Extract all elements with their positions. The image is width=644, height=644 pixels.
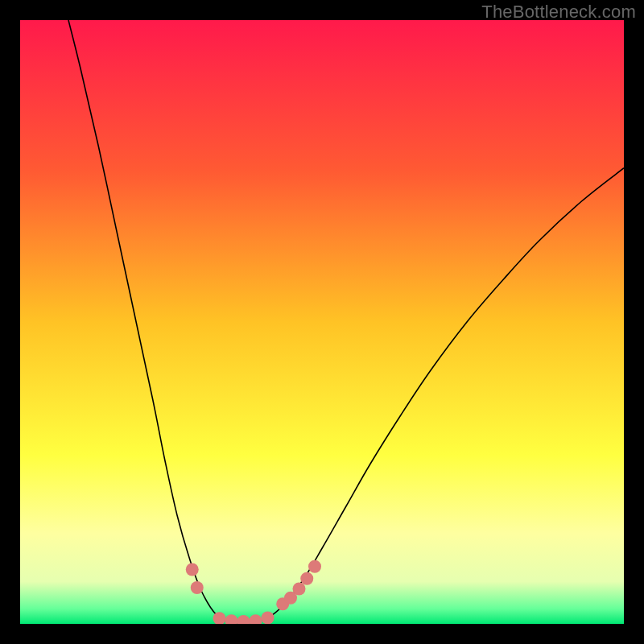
data-marker bbox=[262, 612, 275, 625]
data-marker bbox=[308, 560, 321, 573]
data-marker bbox=[186, 564, 199, 576]
data-marker bbox=[191, 581, 204, 594]
data-marker bbox=[293, 583, 306, 596]
data-marker bbox=[300, 572, 313, 585]
bottleneck-chart bbox=[20, 20, 624, 624]
watermark-text: TheBottleneck.com bbox=[481, 2, 636, 23]
gradient-background bbox=[20, 20, 624, 624]
chart-frame: TheBottleneck.com bbox=[0, 0, 644, 644]
